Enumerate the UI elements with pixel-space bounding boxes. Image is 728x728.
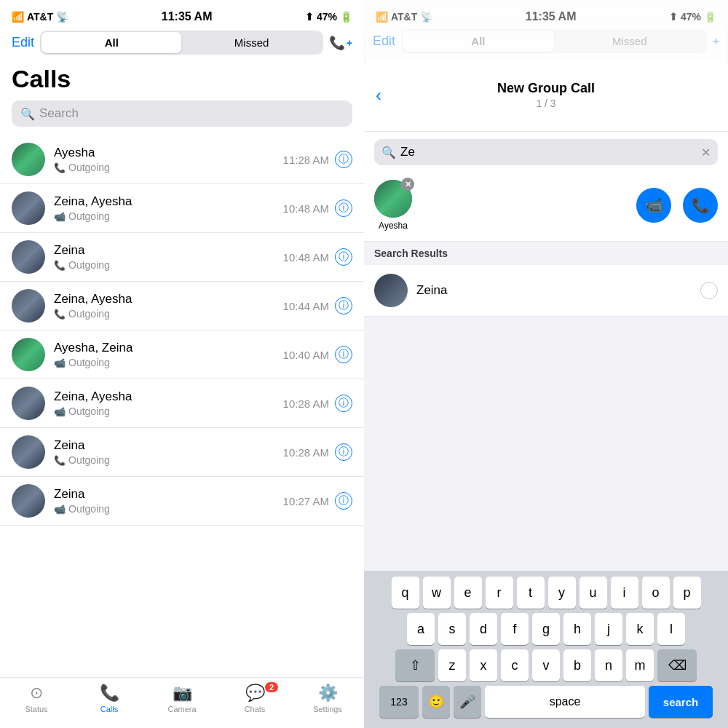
phone-type-icon: 📞: [54, 309, 66, 320]
key-shift[interactable]: ⇧: [395, 649, 435, 681]
key-search[interactable]: search: [649, 686, 713, 718]
key-n[interactable]: n: [595, 649, 622, 681]
battery-icon: 🔋: [340, 11, 352, 23]
call-type-3: 📞 Outgoing: [54, 308, 274, 320]
camera-icon: 📷: [173, 684, 192, 703]
carrier-right: 📶 AT&T 📡: [376, 11, 432, 23]
call-avatar-1: [12, 191, 45, 225]
call-info-button-4[interactable]: ⓘ: [335, 346, 352, 363]
tab-settings[interactable]: ⚙️ Settings: [291, 684, 364, 713]
tab-calls[interactable]: 📞 Calls: [73, 684, 146, 713]
call-item-0[interactable]: Ayesha📞 Outgoing11:28 AMⓘ: [0, 135, 364, 184]
call-info-1: Zeina, Ayesha📹 Outgoing: [54, 194, 274, 222]
signal-icon-r: 📶: [376, 11, 388, 23]
segment-all[interactable]: All: [41, 32, 181, 53]
call-info-button-5[interactable]: ⓘ: [335, 395, 352, 412]
modal-search-area: 🔍 ✕: [364, 132, 728, 173]
key-space[interactable]: space: [485, 686, 645, 718]
key-j[interactable]: j: [595, 613, 622, 645]
call-time-info-5: 10:28 AMⓘ: [283, 395, 352, 412]
top-nav-left: Edit All Missed 📞 +: [0, 28, 364, 62]
tab-status[interactable]: ⊙ Status: [0, 684, 73, 713]
status-icon: ⊙: [30, 684, 43, 703]
call-info-button-6[interactable]: ⓘ: [335, 443, 352, 461]
contact-select-radio[interactable]: [700, 282, 718, 299]
tab-chats[interactable]: 💬 2 Chats: [218, 684, 291, 713]
key-m[interactable]: m: [626, 649, 654, 681]
call-info-button-0[interactable]: ⓘ: [335, 151, 352, 168]
key-b[interactable]: b: [563, 649, 591, 681]
status-bar-left: 📶 AT&T 📡 11:35 AM ⬆ 47% 🔋: [0, 0, 364, 28]
call-time-info-2: 10:48 AMⓘ: [283, 248, 352, 266]
call-info-button-7[interactable]: ⓘ: [335, 492, 352, 510]
key-123[interactable]: 123: [379, 686, 419, 718]
call-item-5[interactable]: Zeina, Ayesha📹 Outgoing10:28 AMⓘ: [0, 379, 364, 428]
audio-call-button[interactable]: 📞: [683, 188, 718, 223]
modal-spacer: [364, 317, 728, 571]
key-c[interactable]: c: [501, 649, 529, 681]
key-a[interactable]: a: [407, 613, 435, 645]
remove-contact-button[interactable]: ✕: [401, 178, 414, 191]
back-button[interactable]: ‹: [376, 85, 381, 106]
key-o[interactable]: o: [642, 577, 670, 609]
edit-button[interactable]: Edit: [12, 35, 34, 50]
key-x[interactable]: x: [470, 649, 497, 681]
add-call-button[interactable]: 📞 +: [329, 35, 352, 51]
key-g[interactable]: g: [532, 613, 560, 645]
key-h[interactable]: h: [563, 613, 591, 645]
phone-icon: 📞: [692, 197, 710, 214]
call-avatar-7: [12, 484, 45, 518]
key-r[interactable]: r: [486, 577, 513, 609]
key-u[interactable]: u: [579, 577, 607, 609]
call-item-6[interactable]: Zeina📞 Outgoing10:28 AMⓘ: [0, 428, 364, 477]
video-call-button[interactable]: 📹: [636, 188, 671, 223]
carrier-left: 📶 AT&T 📡: [12, 11, 68, 23]
time-right: 11:35 AM: [526, 10, 577, 23]
key-delete[interactable]: ⌫: [657, 649, 697, 681]
modal-search-icon: 🔍: [381, 146, 396, 159]
key-i[interactable]: i: [611, 577, 638, 609]
key-v[interactable]: v: [532, 649, 560, 681]
call-time-info-3: 10:44 AMⓘ: [283, 297, 352, 314]
call-info-button-2[interactable]: ⓘ: [335, 248, 352, 266]
key-e[interactable]: e: [454, 577, 482, 609]
key-k[interactable]: k: [626, 613, 654, 645]
status-bar-right: 📶 AT&T 📡 11:35 AM ⬆ 47% 🔋: [364, 0, 728, 28]
call-type-6: 📞 Outgoing: [54, 454, 274, 466]
call-item-3[interactable]: Zeina, Ayesha📞 Outgoing10:44 AMⓘ: [0, 282, 364, 331]
call-info-button-1[interactable]: ⓘ: [335, 199, 352, 217]
key-w[interactable]: w: [423, 577, 451, 609]
call-name-6: Zeina: [54, 438, 274, 453]
key-l[interactable]: l: [657, 613, 685, 645]
call-item-1[interactable]: Zeina, Ayesha📹 Outgoing10:48 AMⓘ: [0, 184, 364, 233]
key-mic[interactable]: 🎤: [454, 686, 481, 718]
search-icon: 🔍: [20, 107, 35, 121]
key-emoji[interactable]: 🙂: [422, 686, 450, 718]
modal-search-input-wrap[interactable]: 🔍 ✕: [374, 139, 718, 165]
key-t[interactable]: t: [517, 577, 545, 609]
call-item-4[interactable]: Ayesha, Zeina📹 Outgoing10:40 AMⓘ: [0, 331, 364, 379]
call-item-7[interactable]: Zeina📹 Outgoing10:27 AMⓘ: [0, 477, 364, 526]
search-bar[interactable]: 🔍 Search: [12, 100, 352, 127]
key-p[interactable]: p: [673, 577, 701, 609]
key-s[interactable]: s: [438, 613, 466, 645]
key-f[interactable]: f: [501, 613, 529, 645]
call-item-2[interactable]: Zeina📞 Outgoing10:48 AMⓘ: [0, 233, 364, 282]
modal-subtitle: 1 / 3: [387, 98, 705, 109]
chats-icon: 💬: [245, 684, 265, 703]
seg-all-blur: All: [403, 31, 554, 52]
key-y[interactable]: y: [548, 577, 576, 609]
tab-status-label: Status: [25, 705, 47, 713]
tab-calls-label: Calls: [100, 705, 118, 713]
segment-missed[interactable]: Missed: [181, 32, 321, 53]
call-info-button-3[interactable]: ⓘ: [335, 297, 352, 314]
key-d[interactable]: d: [470, 613, 497, 645]
contact-item-zeina[interactable]: Zeina: [364, 265, 728, 317]
key-z[interactable]: z: [438, 649, 466, 681]
modal-search-clear-icon[interactable]: ✕: [701, 146, 711, 159]
key-q[interactable]: q: [392, 577, 419, 609]
call-info-5: Zeina, Ayesha📹 Outgoing: [54, 389, 274, 417]
modal-search-input[interactable]: [400, 145, 697, 159]
tab-camera[interactable]: 📷 Camera: [146, 684, 218, 713]
phone-type-icon: 📞: [54, 162, 66, 173]
